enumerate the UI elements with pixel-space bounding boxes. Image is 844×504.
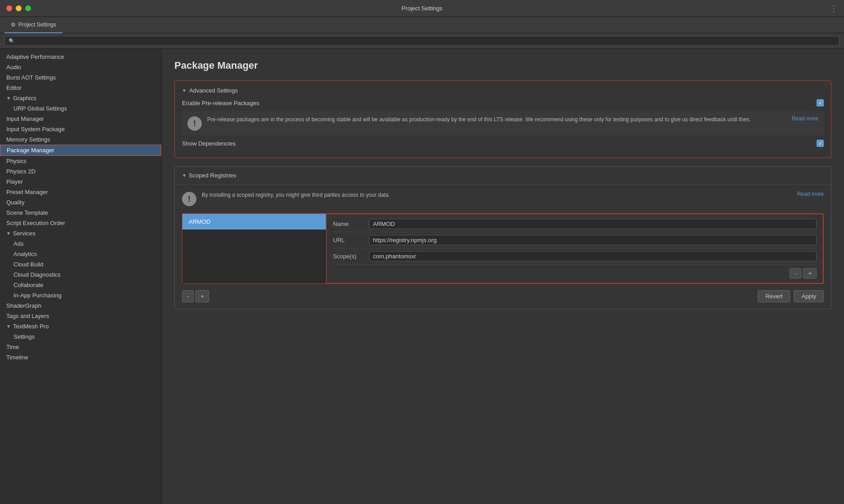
read-more-link[interactable]: Read more (792, 115, 818, 122)
add-scope-button[interactable]: + (803, 268, 817, 279)
sidebar-item-preset-manager[interactable]: Preset Manager (0, 187, 161, 197)
sidebar-item-analytics[interactable]: Analytics (0, 249, 161, 259)
remove-scope-button[interactable]: - (790, 268, 801, 279)
detail-row-url: URL https://registry.npmjs.org (333, 235, 817, 248)
apply-button[interactable]: Apply (794, 290, 824, 302)
sidebar-item-services[interactable]: ▼ Services (0, 228, 161, 239)
registry-button-row: - + Revert Apply (182, 290, 824, 302)
title-bar: Project Settings ⋮ (0, 0, 844, 17)
page-title: Package Manager (174, 60, 831, 71)
minimize-button[interactable] (16, 5, 22, 11)
sidebar-item-audio[interactable]: Audio (0, 62, 161, 72)
name-label: Name (333, 221, 369, 227)
sidebar-item-inapp[interactable]: In-App Purchasing (0, 290, 161, 301)
sidebar-item-label: Package Manager (7, 147, 54, 154)
sidebar-item-cloud-diagnostics[interactable]: Cloud Diagnostics (0, 270, 161, 280)
sidebar-item-label: Timeline (6, 354, 28, 361)
sidebar-item-settings[interactable]: Settings (0, 332, 161, 342)
scoped-info-row: ! By installing a scoped registry, you m… (182, 191, 824, 206)
sidebar-item-label: Audio (6, 64, 21, 71)
scoped-content: ! By installing a scoped registry, you m… (175, 185, 831, 309)
sidebar-item-tags-layers[interactable]: Tags and Layers (0, 311, 161, 321)
detail-row-scope: Scope(s) com.phantomsxr (333, 251, 817, 265)
scope-label: Scope(s) (333, 253, 369, 260)
window-controls[interactable] (6, 5, 31, 11)
sidebar-item-player[interactable]: Player (0, 177, 161, 187)
name-value[interactable]: ARMOD (369, 219, 817, 229)
main-container: ⚙ Project Settings 🔍 Adaptive Performanc… (0, 17, 844, 504)
sidebar-item-input-manager[interactable]: Input Manager (0, 114, 161, 124)
warning-icon-scoped: ! (182, 192, 196, 206)
close-button[interactable] (6, 5, 12, 11)
search-input-wrap: 🔍 (4, 36, 840, 46)
sidebar-item-label: Input Manager (6, 115, 44, 122)
revert-button[interactable]: Revert (758, 290, 790, 302)
registry-item-label: ARMOD (189, 218, 210, 225)
scope-value[interactable]: com.phantomsxr (369, 251, 817, 261)
sidebar-item-label: Cloud Diagnostics (13, 271, 61, 278)
sidebar-item-script-execution[interactable]: Script Execution Order (0, 218, 161, 228)
sidebar-item-label: Collaborate (13, 282, 44, 288)
sidebar-item-label: Services (13, 230, 36, 237)
add-registry-button[interactable]: + (195, 290, 209, 302)
sidebar-item-burst[interactable]: Burst AOT Settings (0, 72, 161, 83)
sidebar-item-label: Graphics (13, 95, 36, 102)
scoped-registries-title: Scoped Registries (189, 172, 236, 179)
registry-area: ARMOD Name ARMOD URL https://registry.np… (182, 213, 824, 284)
sidebar-item-timeline[interactable]: Timeline (0, 352, 161, 363)
sidebar-item-package-manager[interactable]: Package Manager (0, 145, 161, 156)
sidebar-item-quality[interactable]: Quality (0, 197, 161, 208)
sidebar-item-label: Script Execution Order (6, 220, 65, 226)
sidebar-item-input-system[interactable]: Input System Package (0, 124, 161, 134)
scoped-info-text: By installing a scoped registry, you mig… (202, 192, 390, 198)
sidebar-item-editor[interactable]: Editor (0, 83, 161, 93)
sidebar-item-label: Editor (6, 84, 22, 91)
sidebar-item-label: Scene Template (6, 209, 48, 216)
sidebar-item-physics[interactable]: Physics (0, 156, 161, 166)
tab-project-settings[interactable]: ⚙ Project Settings (4, 17, 62, 33)
sidebar-item-urp[interactable]: URP Global Settings (0, 103, 161, 114)
show-dependencies-checkbox[interactable]: ✓ (817, 140, 824, 147)
show-dependencies-label: Show Dependencies (182, 140, 817, 147)
registry-item-armod[interactable]: ARMOD (182, 214, 326, 230)
sidebar-item-memory[interactable]: Memory Settings (0, 134, 161, 145)
sidebar-item-graphics[interactable]: ▼ Graphics (0, 93, 161, 103)
sidebar-item-label: ShaderGraph (6, 302, 41, 309)
search-icon: 🔍 (9, 38, 15, 44)
advanced-settings-header: ▼ Advanced Settings (182, 87, 824, 94)
read-more-scoped-link[interactable]: Read more (797, 191, 824, 197)
collapse-scoped-icon[interactable]: ▼ (182, 173, 187, 178)
sidebar-item-cloud-build[interactable]: Cloud Build (0, 259, 161, 270)
advanced-settings-title: Advanced Settings (189, 87, 238, 94)
sidebar-item-physics2d[interactable]: Physics 2D (0, 166, 161, 177)
sidebar-item-ads[interactable]: Ads (0, 239, 161, 249)
sidebar-item-adaptive-performance[interactable]: Adaptive Performance (0, 52, 161, 62)
url-value[interactable]: https://registry.npmjs.org (369, 235, 817, 245)
sidebar-item-textmesh[interactable]: ▼ TextMesh Pro (0, 321, 161, 332)
sidebar-item-shadergraph[interactable]: ShaderGraph (0, 301, 161, 311)
enable-prerelease-label: Enable Pre-release Packages (182, 100, 817, 106)
menu-icon[interactable]: ⋮ (830, 4, 838, 13)
scoped-registries-header: ▼ Scoped Registries (175, 167, 831, 185)
sidebar-item-time[interactable]: Time (0, 342, 161, 352)
sidebar-item-label: Cloud Build (13, 261, 44, 268)
sidebar-item-label: Input System Package (6, 126, 65, 133)
maximize-button[interactable] (25, 5, 31, 11)
enable-prerelease-checkbox[interactable]: ✓ (817, 99, 824, 106)
sidebar-item-label: Analytics (13, 251, 37, 257)
prerelease-info-text: Pre-release packages are in the process … (207, 115, 783, 124)
sidebar-item-collaborate[interactable]: Collaborate (0, 280, 161, 290)
window-title: Project Settings (401, 5, 442, 12)
sidebar-item-label: Settings (13, 333, 35, 340)
sidebar-item-label: Burst AOT Settings (6, 74, 56, 81)
sidebar-item-scene-template[interactable]: Scene Template (0, 208, 161, 218)
search-input[interactable] (18, 38, 835, 44)
advanced-settings-section: ▼ Advanced Settings Enable Pre-release P… (174, 80, 831, 158)
registry-list-buttons: - + (182, 290, 209, 302)
sidebar-item-label: Preset Manager (6, 189, 48, 195)
remove-registry-button[interactable]: - (182, 290, 194, 302)
collapse-icon[interactable]: ▼ (182, 88, 187, 93)
expand-icon: ▼ (6, 96, 11, 101)
sidebar-item-label: Adaptive Performance (6, 53, 64, 60)
prerelease-info-row: ! Pre-release packages are in the proces… (182, 111, 824, 135)
